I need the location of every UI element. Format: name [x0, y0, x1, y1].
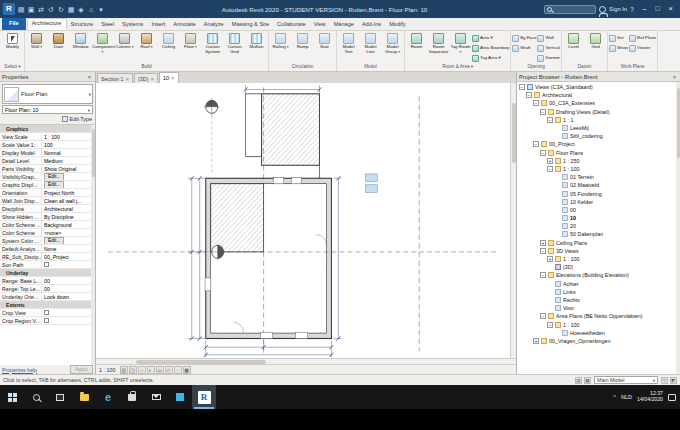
collapse-icon[interactable]: − [533, 141, 539, 147]
floor-button[interactable]: Floor ▾ [180, 32, 201, 63]
collapse-icon[interactable]: − [519, 84, 525, 90]
collapse-icon[interactable]: − [540, 313, 546, 319]
collapse-icon[interactable]: − [540, 150, 546, 156]
property-row-crop-view[interactable]: Crop View [0, 309, 95, 317]
reveal-hidden-icon[interactable]: ◌ [174, 366, 182, 374]
property-row-wall-join-disp[interactable]: Wall Join Disp...Clean all wall j... [0, 197, 95, 205]
tree-item-3d[interactable]: (3D) [517, 263, 680, 271]
view-tab-3d[interactable]: (3D)× [134, 73, 158, 83]
minimize-button[interactable]: – [638, 0, 651, 18]
property-row-graphic-displ[interactable]: Graphic Displ...Edit... [0, 181, 95, 189]
ribbon-tab-analyze[interactable]: Analyze [200, 20, 228, 30]
area-boundary-button[interactable]: Area Boundary [472, 44, 509, 53]
property-group-extents[interactable]: Extents [0, 301, 95, 309]
checkbox[interactable] [44, 262, 49, 267]
mail-button[interactable] [144, 385, 168, 409]
tree-item-leesmij[interactable]: LeesMij [517, 124, 680, 132]
stair-button[interactable]: Stair [314, 32, 335, 63]
task-view-button[interactable] [48, 385, 72, 409]
property-row-sun-path[interactable]: Sun Path [0, 261, 95, 269]
ribbon-panel-label[interactable]: Build [26, 63, 267, 71]
tree-item-50-dakenplan[interactable]: 50 Dakenplan [517, 230, 680, 238]
property-row-display-model[interactable]: Display ModelNormal [0, 149, 95, 157]
property-group-underlay[interactable]: Underlay [0, 269, 95, 277]
model-group-button[interactable]: Model Group ▾ [382, 32, 403, 63]
ribbon-tab-structure[interactable]: Structure [67, 20, 98, 30]
ribbon-panel-label[interactable]: Room & Area ▾ [406, 63, 509, 71]
tree-item-00[interactable]: 00 [517, 206, 680, 214]
close-icon[interactable]: × [171, 75, 175, 81]
property-row-scale-value-1[interactable]: Scale Value 1:100 [0, 141, 95, 149]
tree-item-02-maaiveld[interactable]: 02 Maaiveld [517, 181, 680, 189]
tree-item-10-kelder[interactable]: 10 Kelder [517, 198, 680, 206]
tree-item-drafting-views-detail[interactable]: −Drafting Views (Detail) [517, 108, 680, 116]
properties-help-link[interactable]: Properties help [2, 367, 37, 373]
ribbon-tab-view[interactable]: View [310, 20, 330, 30]
ribbon-tab-modify[interactable]: Modify [385, 20, 409, 30]
type-selector[interactable]: Floor Plan [2, 84, 93, 104]
edit-button[interactable]: Edit... [44, 181, 64, 188]
tree-item-rechts[interactable]: Rechts [517, 296, 680, 304]
viewer-button[interactable]: Viewer [629, 44, 656, 53]
ribbon-panel-label[interactable]: Datum [563, 63, 606, 71]
photos-button[interactable] [168, 385, 192, 409]
tree-item-voor[interactable]: Voor [517, 304, 680, 312]
tree-item-00-c3a-extensies[interactable]: −00_C3A_Extensies [517, 99, 680, 107]
tag-area-button[interactable]: Tag Area ▾ [472, 54, 509, 63]
tree-item-1-1[interactable]: −1 : 1 [517, 116, 680, 124]
property-row-range-top-le[interactable]: Range: Top Le...00 [0, 285, 95, 293]
ribbon-tab-collaborate[interactable]: Collaborate [273, 20, 310, 30]
collapse-icon[interactable]: − [540, 272, 546, 278]
property-row-system-color[interactable]: System Color ...Edit... [0, 237, 95, 245]
horizontal-scrollbar[interactable] [96, 358, 516, 364]
maximize-button[interactable]: □ [651, 0, 664, 18]
ribbon-panel-label[interactable]: Select ▾ [2, 63, 23, 71]
apply-button[interactable]: Apply [70, 365, 93, 374]
tree-item-1-100[interactable]: +1 : 100 [517, 255, 680, 263]
filter-icon[interactable]: ▽ [661, 377, 668, 384]
ramp-button[interactable]: Ramp [292, 32, 313, 63]
model-line-button[interactable]: Model Line [360, 32, 381, 63]
ribbon-tab-insert[interactable]: Insert [147, 20, 169, 30]
tree-item-area-plans-be-netto-oppervlakten[interactable]: −Area Plans (BE Netto Oppervlakten) [517, 312, 680, 320]
tree-item-3d-views[interactable]: −3D Views [517, 247, 680, 255]
property-group-graphics[interactable]: Graphics [0, 125, 95, 133]
checkbox[interactable] [44, 318, 49, 323]
file-explorer-button[interactable] [72, 385, 96, 409]
tree-item-architectural[interactable]: −Architectural [517, 91, 680, 99]
undo-icon[interactable]: ↺ [47, 4, 55, 14]
ribbon-tab-systems[interactable]: Systems [118, 20, 147, 30]
ribbon-tab-add-ins[interactable]: Add-Ins [358, 20, 385, 30]
property-row-range-base-l[interactable]: Range: Base L...00 [0, 277, 95, 285]
by-face-button[interactable]: By Face [512, 34, 536, 43]
tag-room-button[interactable]: Tag Room ▾ [450, 32, 471, 63]
store-button[interactable] [120, 385, 144, 409]
tree-item-achter[interactable]: Achter [517, 280, 680, 288]
properties-scrollbar[interactable] [91, 125, 95, 365]
collapse-icon[interactable]: − [533, 100, 539, 106]
ribbon-panel-label[interactable]: Model [338, 63, 403, 71]
ribbon-tab-steel[interactable]: Steel [97, 20, 118, 30]
visual-style-icon[interactable]: ◳ [129, 366, 137, 374]
close-icon[interactable]: × [671, 74, 678, 80]
ribbon-panel-label[interactable]: Opening [512, 63, 560, 71]
collapse-icon[interactable]: − [540, 109, 546, 115]
close-icon[interactable]: × [125, 76, 129, 82]
collapse-icon[interactable]: − [547, 322, 553, 328]
property-row-discipline[interactable]: DisciplineArchitectural [0, 205, 95, 213]
collapse-icon[interactable]: − [526, 92, 532, 98]
tree-item-hoeveelheden[interactable]: Hoeveelheden [517, 329, 680, 337]
close-button[interactable]: × [664, 0, 677, 18]
design-options-icon[interactable]: ▦ [584, 377, 591, 384]
area-button[interactable]: Area ▾ [472, 34, 509, 43]
tree-item-1-250[interactable]: +1 : 250 [517, 157, 680, 165]
tree-item-10[interactable]: 10 [517, 214, 680, 222]
ribbon-tab-architecture[interactable]: Architecture [27, 18, 67, 30]
tree-item-00-project[interactable]: −00_Project [517, 140, 680, 148]
clock[interactable]: 12:37 14/04/2020 [637, 391, 663, 403]
property-row-detail-level[interactable]: Detail LevelMedium [0, 157, 95, 165]
curtain-grid-button[interactable]: Curtain Grid [224, 32, 245, 63]
tree-item-links[interactable]: Links [517, 288, 680, 296]
window-button[interactable]: Window [70, 32, 91, 63]
edit-button[interactable]: Edit... [44, 173, 64, 180]
